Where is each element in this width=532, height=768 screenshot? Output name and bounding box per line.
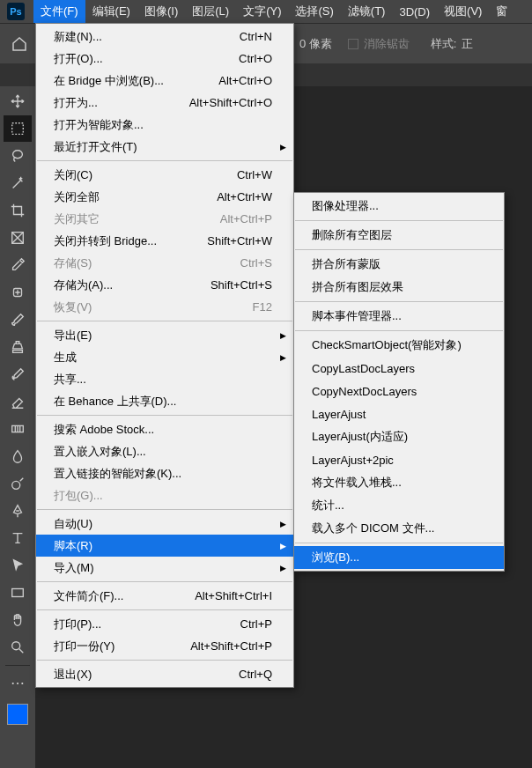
menu-item-shortcut: Alt+Ctrl+O [218, 74, 272, 87]
menu-item-label: 载入多个 DICOM 文件... [312, 521, 483, 536]
file-menu-item-3[interactable]: 打开为...Alt+Shift+Ctrl+O [36, 92, 293, 114]
pen-tool[interactable] [4, 498, 32, 524]
script-menu-item-4[interactable]: 拼合所有蒙版 [294, 253, 504, 276]
menu-item-label: 在 Bridge 中浏览(B)... [54, 73, 218, 89]
dodge-tool[interactable] [4, 470, 32, 497]
foreground-color-swatch[interactable] [7, 704, 28, 725]
zoom-tool[interactable] [4, 634, 32, 661]
separator [37, 160, 292, 161]
eraser-tool[interactable] [4, 388, 32, 415]
script-menu-item-9[interactable]: CheckSmartObject(智能对象) [294, 334, 504, 357]
menu-layer[interactable]: 图层(L) [185, 0, 236, 23]
file-menu-item-12[interactable]: 存储为(A)...Shift+Ctrl+S [36, 274, 293, 296]
eyedropper-tool[interactable] [4, 252, 32, 278]
menu-item-label: CopyNextDocLayers [312, 385, 483, 398]
menu-item-label: 图像处理器... [312, 198, 483, 214]
rectangle-tool[interactable] [4, 580, 32, 606]
home-icon[interactable] [4, 28, 35, 60]
edit-toolbar[interactable]: ⋯ [4, 669, 32, 696]
script-menu-item-5[interactable]: 拼合所有图层效果 [294, 276, 504, 299]
menu-item-label: 存储为(A)... [54, 277, 211, 293]
magic-wand-tool[interactable] [4, 170, 32, 196]
file-menu-item-22[interactable]: 置入链接的智能对象(K)... [36, 462, 293, 484]
script-menu-item-11[interactable]: CopyNextDocLayers [294, 380, 504, 402]
menu-item-label: LayerAjust+2pic [312, 454, 483, 467]
separator [37, 415, 292, 416]
file-menu-item-26[interactable]: 脚本(R) [36, 535, 293, 557]
menu-file[interactable]: 文件(F) [33, 0, 85, 23]
style-value[interactable]: 正 [462, 36, 473, 52]
file-menu-item-20[interactable]: 搜索 Adobe Stock... [36, 418, 293, 440]
file-menu-item-29[interactable]: 文件简介(F)...Alt+Shift+Ctrl+I [36, 585, 293, 607]
file-menu-item-4[interactable]: 打开为智能对象... [36, 114, 293, 136]
menu-edit[interactable]: 编辑(E) [85, 0, 137, 23]
menu-item-label: 退出(X) [54, 667, 239, 683]
script-menu-item-12[interactable]: LayerAjust [294, 402, 504, 425]
crop-tool[interactable] [4, 197, 32, 224]
clone-stamp-tool[interactable] [4, 334, 32, 360]
file-menu-item-0[interactable]: 新建(N)...Ctrl+N [36, 26, 293, 48]
menu-image[interactable]: 图像(I) [137, 0, 185, 23]
marquee-tool[interactable] [4, 115, 32, 142]
file-menu-item-2[interactable]: 在 Bridge 中浏览(B)...Alt+Ctrl+O [36, 70, 293, 92]
menu-view[interactable]: 视图(V) [437, 0, 489, 23]
lasso-tool[interactable] [4, 143, 32, 169]
menu-type[interactable]: 文字(Y) [236, 0, 288, 23]
menu-item-label: 打包(G)... [54, 488, 272, 504]
script-menu-item-16[interactable]: 统计... [294, 494, 504, 517]
script-menu-item-0[interactable]: 图像处理器... [294, 195, 504, 218]
file-menu-item-8[interactable]: 关闭全部Alt+Ctrl+W [36, 186, 293, 208]
file-menu-item-5[interactable]: 最近打开文件(T) [36, 136, 293, 158]
path-selection-tool[interactable] [4, 552, 32, 579]
script-menu-item-19[interactable]: 浏览(B)... [294, 546, 504, 569]
svg-rect-0 [12, 123, 24, 135]
file-menu-item-21[interactable]: 置入嵌入对象(L)... [36, 440, 293, 462]
file-menu-item-10[interactable]: 关闭并转到 Bridge...Shift+Ctrl+W [36, 230, 293, 252]
frame-tool[interactable] [4, 225, 32, 251]
script-menu-item-14[interactable]: LayerAjust+2pic [294, 448, 504, 471]
menu-item-label: LayerAjust(内适应) [312, 429, 483, 445]
menu-filter[interactable]: 滤镜(T) [341, 0, 393, 23]
menu-item-shortcut: Ctrl+N [240, 30, 272, 43]
file-menu-item-9: 关闭其它Alt+Ctrl+P [36, 208, 293, 230]
file-menu-item-17[interactable]: 共享... [36, 368, 293, 390]
file-menu-item-7[interactable]: 关闭(C)Ctrl+W [36, 164, 293, 186]
hand-tool[interactable] [4, 607, 32, 633]
menu-window[interactable]: 窗 [489, 0, 514, 23]
script-menu-item-7[interactable]: 脚本事件管理器... [294, 305, 504, 328]
menu-item-label: 关闭并转到 Bridge... [54, 233, 207, 249]
file-menu-item-16[interactable]: 生成 [36, 346, 293, 368]
menu-item-label: 关闭全部 [54, 189, 217, 205]
brush-tool[interactable] [4, 306, 32, 333]
file-menu-item-15[interactable]: 导出(E) [36, 324, 293, 346]
script-menu-item-17[interactable]: 载入多个 DICOM 文件... [294, 517, 504, 540]
file-menu-item-34[interactable]: 退出(X)Ctrl+Q [36, 663, 293, 685]
menu-item-label: 共享... [54, 372, 272, 388]
menu-3d[interactable]: 3D(D) [392, 2, 437, 22]
file-menu-item-1[interactable]: 打开(O)...Ctrl+O [36, 48, 293, 70]
script-menu-item-15[interactable]: 将文件载入堆栈... [294, 471, 504, 494]
script-menu-item-10[interactable]: CopyLastDocLayers [294, 357, 504, 380]
move-tool[interactable] [4, 88, 32, 114]
blur-tool[interactable] [4, 443, 32, 469]
file-menu-item-25[interactable]: 自动(U) [36, 513, 293, 535]
menu-item-label: 生成 [54, 350, 272, 366]
menu-item-label: 在 Behance 上共享(D)... [54, 394, 272, 410]
menu-item-label: 关闭(C) [54, 167, 237, 183]
history-brush-tool[interactable] [4, 361, 32, 388]
antialias-checkbox[interactable] [348, 39, 358, 49]
menu-item-shortcut: Alt+Shift+Ctrl+O [189, 96, 272, 109]
menu-item-label: 导入(M) [54, 560, 272, 576]
file-menu-item-31[interactable]: 打印(P)...Ctrl+P [36, 613, 293, 635]
script-menu-item-13[interactable]: LayerAjust(内适应) [294, 425, 504, 448]
svg-rect-6 [12, 589, 24, 597]
file-menu-item-32[interactable]: 打印一份(Y)Alt+Shift+Ctrl+P [36, 635, 293, 657]
menu-select[interactable]: 选择(S) [288, 0, 340, 23]
gradient-tool[interactable] [4, 416, 32, 442]
type-tool[interactable] [4, 525, 32, 551]
file-menu-item-27[interactable]: 导入(M) [36, 557, 293, 579]
healing-brush-tool[interactable] [4, 279, 32, 306]
file-menu-item-18[interactable]: 在 Behance 上共享(D)... [36, 390, 293, 412]
script-menu-item-2[interactable]: 删除所有空图层 [294, 224, 504, 247]
separator [295, 249, 503, 250]
